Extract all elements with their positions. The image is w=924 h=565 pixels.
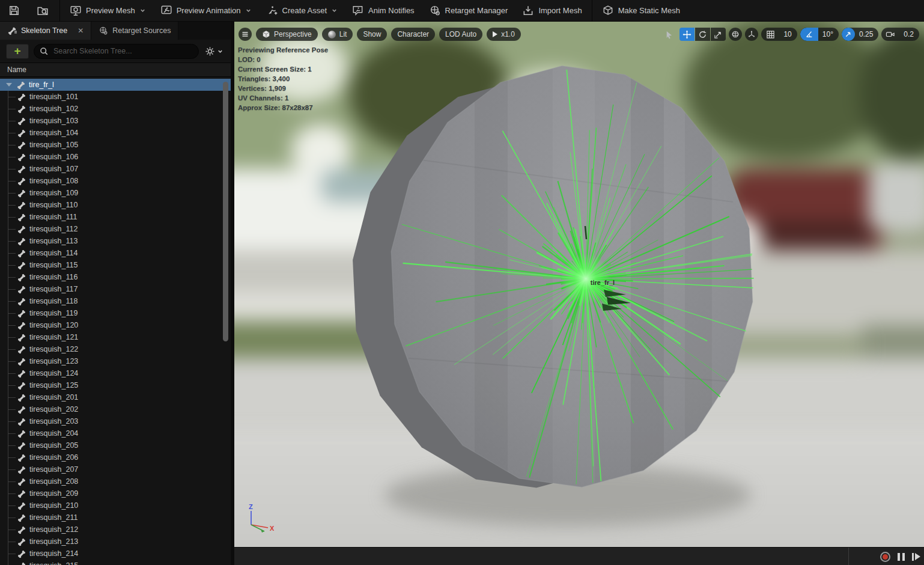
- tree-row[interactable]: tiresquish_119: [0, 307, 231, 319]
- bone-name-label: tiresquish_121: [29, 333, 78, 341]
- tree-row[interactable]: tiresquish_121: [0, 331, 231, 343]
- tree-row[interactable]: tiresquish_201: [0, 391, 231, 403]
- lit-mode-button[interactable]: Lit: [322, 28, 353, 41]
- tree-row[interactable]: tiresquish_106: [0, 151, 231, 163]
- tree-row[interactable]: tiresquish_208: [0, 475, 231, 487]
- stats-line: UV Channels: 1: [238, 93, 328, 103]
- record-icon: [880, 552, 890, 562]
- scale-tool-button[interactable]: [711, 28, 726, 41]
- tree-row[interactable]: tiresquish_209: [0, 487, 231, 499]
- tree-row[interactable]: tiresquish_117: [0, 283, 231, 295]
- tree-row[interactable]: tiresquish_212: [0, 524, 231, 536]
- save-button[interactable]: [0, 0, 28, 22]
- lod-auto-button[interactable]: LOD Auto: [439, 28, 482, 41]
- tree-row[interactable]: tiresquish_205: [0, 439, 231, 451]
- scale-snap-icon: [842, 28, 855, 41]
- bone-name-label: tiresquish_102: [29, 105, 78, 113]
- column-header-name[interactable]: Name: [0, 63, 231, 77]
- tree-row[interactable]: tiresquish_103: [0, 115, 231, 127]
- bone-icon: [17, 333, 26, 342]
- tree-row[interactable]: tiresquish_114: [0, 247, 231, 259]
- tree-row[interactable]: tiresquish_120: [0, 319, 231, 331]
- tree-row[interactable]: tiresquish_214: [0, 548, 231, 560]
- tree-row[interactable]: tiresquish_204: [0, 427, 231, 439]
- viewport-menu-button[interactable]: [239, 28, 252, 41]
- retarget-manager-button[interactable]: Retarget Manager: [422, 0, 515, 22]
- tree-row[interactable]: tiresquish_116: [0, 271, 231, 283]
- add-bone-button[interactable]: +: [6, 44, 29, 59]
- bone-name-label: tiresquish_205: [29, 441, 78, 450]
- tab-retarget-sources[interactable]: Retarget Sources: [91, 22, 178, 40]
- preview-mesh-button[interactable]: Preview Mesh: [62, 0, 153, 22]
- tree-row[interactable]: tiresquish_115: [0, 259, 231, 271]
- tree-row[interactable]: tiresquish_211: [0, 512, 231, 524]
- grid-snap-control[interactable]: 10: [761, 28, 797, 41]
- tree-row[interactable]: tiresquish_112: [0, 223, 231, 235]
- tree-row[interactable]: tiresquish_123: [0, 355, 231, 367]
- pause-icon: [898, 553, 905, 561]
- tree-row[interactable]: tiresquish_213: [0, 536, 231, 548]
- tree-row[interactable]: tiresquish_110: [0, 199, 231, 211]
- tree-options-button[interactable]: [204, 46, 225, 56]
- tree-row[interactable]: tiresquish_207: [0, 463, 231, 475]
- scale-snap-control[interactable]: 0.25: [842, 28, 878, 41]
- scrollbar-thumb[interactable]: [223, 82, 228, 341]
- import-mesh-button[interactable]: Import Mesh: [515, 0, 589, 22]
- tree-row[interactable]: tiresquish_206: [0, 451, 231, 463]
- tree-guide-line: [0, 487, 17, 499]
- local-axes-button[interactable]: [745, 28, 758, 41]
- perspective-button[interactable]: Perspective: [256, 28, 318, 41]
- axis-x-label: X: [270, 525, 275, 532]
- character-menu-button[interactable]: Character: [391, 28, 435, 41]
- bone-name-label: tiresquish_117: [29, 285, 78, 293]
- step-forward-button[interactable]: [912, 553, 920, 561]
- tree-row-root[interactable]: tire_fr_l: [0, 79, 231, 91]
- browse-asset-button[interactable]: [28, 0, 57, 22]
- create-asset-button[interactable]: Create Asset: [259, 0, 345, 22]
- tree-row[interactable]: tiresquish_215: [0, 560, 231, 565]
- move-tool-button[interactable]: [679, 28, 695, 41]
- tree-row[interactable]: tiresquish_105: [0, 139, 231, 151]
- tree-row[interactable]: tiresquish_203: [0, 415, 231, 427]
- viewport-3d[interactable]: Previewing Reference PoseLOD: 0Current S…: [234, 22, 924, 547]
- tree-guide-line: [0, 475, 17, 487]
- tree-row[interactable]: tiresquish_108: [0, 175, 231, 187]
- tree-row[interactable]: tiresquish_124: [0, 367, 231, 379]
- tree-row[interactable]: tiresquish_104: [0, 127, 231, 139]
- timeline-bar[interactable]: [234, 547, 924, 565]
- tree-row[interactable]: tiresquish_113: [0, 235, 231, 247]
- pause-button[interactable]: [898, 553, 905, 561]
- tree-guide-line: [0, 151, 17, 163]
- tree-row[interactable]: tiresquish_202: [0, 403, 231, 415]
- tree-row[interactable]: tiresquish_125: [0, 379, 231, 391]
- tab-skeleton-tree[interactable]: Skeleton Tree ✕: [0, 22, 91, 40]
- tree-row[interactable]: tiresquish_111: [0, 211, 231, 223]
- record-button[interactable]: [880, 552, 890, 562]
- anim-notifies-button[interactable]: Anim Notifies: [345, 0, 422, 22]
- select-tool-button[interactable]: [661, 28, 676, 41]
- rotate-tool-button[interactable]: [695, 28, 710, 41]
- tree-row[interactable]: tiresquish_109: [0, 187, 231, 199]
- coordinate-system-button[interactable]: [729, 28, 742, 41]
- tree-row[interactable]: tiresquish_118: [0, 295, 231, 307]
- stats-line: Approx Size: 87x28x87: [238, 103, 328, 112]
- tree-guide-line: [0, 175, 17, 187]
- bone-icon: [17, 537, 26, 546]
- expander-icon[interactable]: [6, 83, 12, 87]
- tree-row[interactable]: tiresquish_122: [0, 343, 231, 355]
- retarget-sources-icon: [99, 26, 108, 35]
- make-static-mesh-button[interactable]: Make Static Mesh: [595, 0, 687, 22]
- tree-row[interactable]: tiresquish_107: [0, 163, 231, 175]
- preview-animation-button[interactable]: Preview Animation: [153, 0, 259, 22]
- tree-row[interactable]: tiresquish_101: [0, 91, 231, 103]
- camera-speed-control[interactable]: 0.2: [881, 28, 919, 41]
- tree-row[interactable]: tiresquish_210: [0, 499, 231, 512]
- rotation-snap-control[interactable]: 10°: [800, 28, 839, 41]
- lit-label: Lit: [339, 30, 347, 38]
- show-menu-button[interactable]: Show: [357, 28, 387, 41]
- tree-scrollbar[interactable]: [223, 79, 228, 565]
- tree-row[interactable]: tiresquish_102: [0, 103, 231, 115]
- playback-speed-button[interactable]: x1.0: [487, 28, 521, 41]
- close-tab-icon[interactable]: ✕: [78, 26, 84, 35]
- search-input[interactable]: [34, 44, 198, 58]
